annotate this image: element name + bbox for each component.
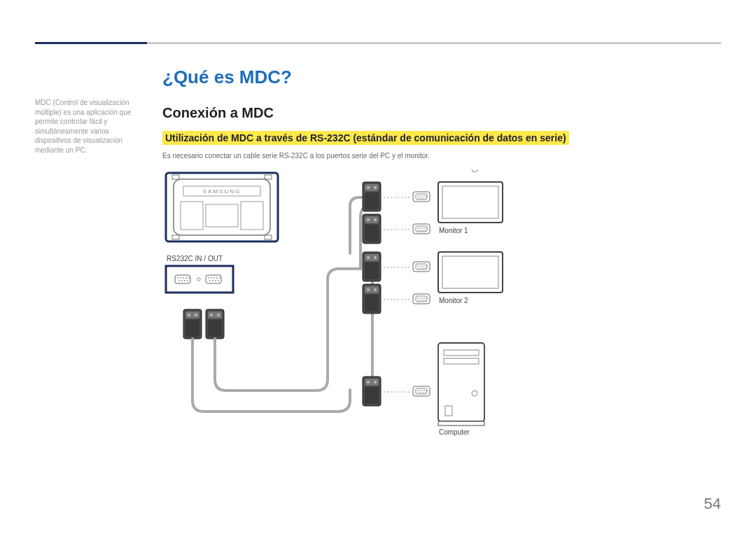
serial-connector-icon xyxy=(363,182,381,211)
monitor-icon xyxy=(438,182,503,223)
display-back-panel-icon: SAMSUNG xyxy=(166,173,278,241)
connection-diagram: SAMSUNG xyxy=(162,169,554,463)
de9-port-icon xyxy=(413,386,430,396)
monitor1-label: Monitor 1 xyxy=(439,227,468,234)
de9-port-icon xyxy=(413,294,430,304)
serial-connector-icon xyxy=(363,214,381,244)
main-content: ¿Qué es MDC? Conexión a MDC Utilización … xyxy=(162,66,721,463)
de9-port-icon xyxy=(413,192,430,202)
computer-label: Computer xyxy=(439,428,470,436)
highlight-text: Utilización de MDC a través de RS-232C (… xyxy=(162,131,569,145)
body-text: Es necesario conectar un cable serie RS-… xyxy=(162,152,721,160)
monitor-icon xyxy=(438,252,503,293)
brand-text: SAMSUNG xyxy=(203,188,241,195)
page-number: 54 xyxy=(704,495,721,513)
serial-connector-icon xyxy=(363,252,381,281)
section-subtitle: Conexión a MDC xyxy=(162,105,721,121)
sidebar-note: MDC (Control de visualización múltiple) … xyxy=(35,98,147,155)
svg-rect-33 xyxy=(265,175,272,179)
svg-rect-34 xyxy=(172,235,179,239)
svg-rect-35 xyxy=(265,235,272,239)
rs232c-label: RS232C IN / OUT xyxy=(167,255,223,262)
serial-connector-icon xyxy=(363,284,381,314)
de9-port-icon xyxy=(413,262,430,272)
svg-rect-41 xyxy=(442,256,498,288)
serial-connector-icon xyxy=(363,377,381,406)
svg-rect-32 xyxy=(172,175,179,179)
page: MDC (Control de visualización múltiple) … xyxy=(0,0,756,534)
header-rule-thick xyxy=(35,42,147,44)
svg-point-45 xyxy=(472,169,477,172)
svg-rect-39 xyxy=(442,186,498,218)
svg-rect-48 xyxy=(438,421,484,426)
header-rule-thin xyxy=(147,43,721,43)
serial-connector-pair-icon xyxy=(183,309,224,339)
page-title: ¿Qué es MDC? xyxy=(162,66,721,88)
rs232c-port-box-icon xyxy=(166,266,233,293)
de9-port-icon xyxy=(413,224,430,234)
monitor2-label: Monitor 2 xyxy=(439,297,468,304)
